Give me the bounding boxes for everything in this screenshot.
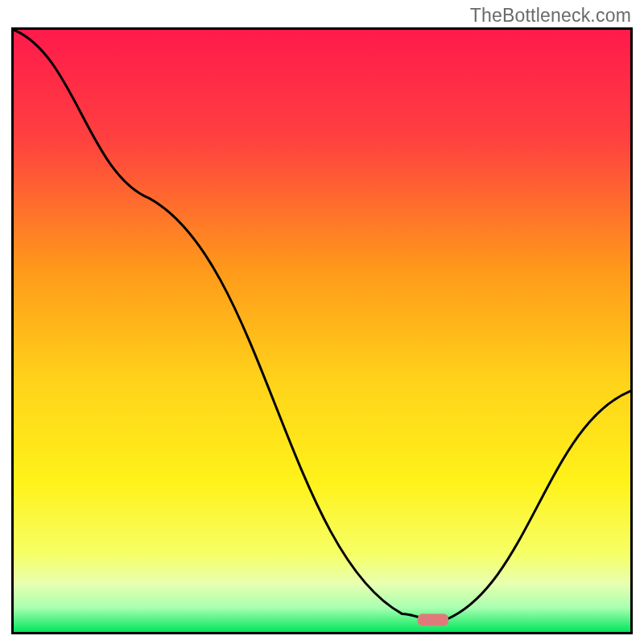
watermark-text: TheBottleneck.com (470, 5, 631, 27)
chart-frame: TheBottleneck.com (0, 0, 644, 644)
optimal-marker (418, 614, 448, 626)
plot-area (11, 27, 633, 634)
gradient-background (14, 30, 630, 632)
chart-svg (14, 30, 630, 632)
